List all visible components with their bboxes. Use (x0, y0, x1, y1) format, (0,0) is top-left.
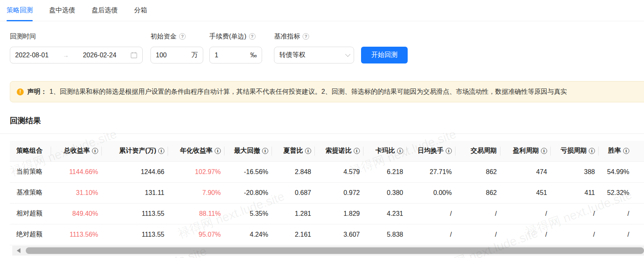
header-sortino: 索提诺比i (314, 141, 363, 161)
date-end-value[interactable]: 2026-02-24 (83, 52, 117, 59)
cell-winning-periods: / (500, 203, 550, 224)
cell-sortino: 1.829 (314, 203, 363, 224)
cell-calmar: 4.231 (363, 203, 406, 224)
initial-capital-help-icon[interactable]: ? (179, 33, 186, 40)
header-annualized-return: 年化收益率i (168, 141, 224, 161)
warning-icon: ! (17, 88, 24, 95)
date-range-input[interactable]: 2022-08-01 → 2026-02-24 (10, 47, 143, 63)
cell-annualized-return: 102.97% (168, 161, 224, 182)
cell-sharpe: 2.848 (272, 161, 314, 182)
table-row: 相对超额 849.40% 1113.55 88.11% 5.35% 1.281 … (10, 203, 644, 224)
cell-trading-periods: / (455, 224, 500, 245)
cell-daily-turnover: / (406, 224, 455, 245)
cell-calmar: 6.218 (363, 161, 406, 182)
calendar-icon[interactable] (130, 52, 137, 59)
initial-capital-label: 初始资金 ? (150, 32, 209, 41)
table-filler-column (633, 141, 644, 161)
fee-unit: ‰ (250, 52, 257, 59)
info-icon[interactable]: i (92, 148, 98, 154)
initial-capital-unit: 万 (191, 51, 198, 59)
row-name: 相对超额 (10, 203, 51, 224)
info-icon[interactable]: i (446, 148, 452, 154)
initial-capital-input[interactable]: 100 万 (150, 47, 203, 63)
fee-input[interactable]: 1 ‰ (209, 47, 262, 63)
cell-losing-periods: / (550, 224, 598, 245)
cell-calmar: 5.838 (363, 224, 406, 245)
header-win-rate: 胜率i (598, 141, 633, 161)
header-losing-periods: 亏损周期i (550, 141, 598, 161)
cell-filler (633, 161, 644, 182)
fee-value[interactable]: 1 (215, 52, 218, 59)
scrollbar-thumb[interactable] (26, 247, 644, 254)
info-icon[interactable]: i (541, 148, 547, 154)
disclaimer-text: 1、回测结果和标的筛选是根据用户设置的条件由程序自动计算，其结果不代表任何投资建… (49, 88, 567, 96)
cell-win-rate: / (598, 224, 633, 245)
chevron-down-icon (345, 52, 350, 57)
backtest-form: 回测时间 2022-08-01 → 2026-02-24 初始资金 ? 100 … (0, 32, 644, 63)
table-row: 绝对超额 1113.56% 1113.55 95.07% 4.24% 2.161… (10, 224, 644, 245)
info-icon[interactable]: i (215, 148, 221, 154)
disclaimer-label: 声明： (27, 88, 47, 96)
cell-filler (633, 203, 644, 224)
cell-calmar: 0.380 (363, 182, 406, 203)
cell-winning-periods: / (500, 224, 550, 245)
info-icon[interactable]: i (354, 148, 360, 154)
fee-help-icon[interactable]: ? (249, 33, 256, 40)
cell-daily-turnover: 0.00% (406, 182, 455, 203)
header-total-return: 总收益率i (51, 141, 101, 161)
cell-cumulative-assets: 1113.55 (101, 224, 168, 245)
date-start-value[interactable]: 2022-08-01 (15, 52, 49, 59)
cell-sharpe: 2.161 (272, 224, 314, 245)
cell-trading-periods: 862 (455, 182, 500, 203)
cell-total-return: 31.10% (51, 182, 101, 203)
tab-strategy-backtest[interactable]: 策略回测 (7, 0, 33, 21)
cell-max-drawdown: -16.56% (224, 161, 272, 182)
row-name: 当前策略 (10, 161, 51, 182)
cell-filler (633, 182, 644, 203)
row-name: 绝对超额 (10, 224, 51, 245)
cell-cumulative-assets: 131.11 (101, 182, 168, 203)
header-max-drawdown: 最大回撤i (224, 141, 272, 161)
cell-daily-turnover: / (406, 203, 455, 224)
cell-sortino: 0.972 (314, 182, 363, 203)
tab-intraday-bond-select[interactable]: 盘中选债 (49, 0, 75, 21)
cell-win-rate: 54.99% (598, 161, 633, 182)
cell-cumulative-assets: 1244.66 (101, 161, 168, 182)
cell-cumulative-assets: 1113.55 (101, 203, 168, 224)
backtest-time-label-text: 回测时间 (10, 32, 36, 41)
backtest-time-label: 回测时间 (10, 32, 150, 41)
horizontal-scrollbar[interactable] (12, 246, 644, 256)
initial-capital-value[interactable]: 100 (156, 52, 167, 59)
fee-label: 手续费(单边) ? (209, 32, 274, 41)
fee-label-text: 手续费(单边) (209, 32, 247, 41)
cell-win-rate: / (598, 203, 633, 224)
benchmark-help-icon[interactable]: ? (303, 33, 309, 40)
info-icon[interactable]: i (397, 148, 403, 154)
table-header-row: 策略组合 总收益率i 累计资产(万)i 年化收益率i 最大回撤i 夏普比i 索提… (10, 141, 644, 161)
cell-losing-periods: 388 (550, 161, 598, 182)
info-icon[interactable]: i (305, 148, 311, 154)
row-name: 基准策略 (10, 182, 51, 203)
cell-max-drawdown: -20.80% (224, 182, 272, 203)
benchmark-selected-value: 转债等权 (279, 51, 305, 59)
section-divider (0, 134, 644, 134)
info-icon[interactable]: i (262, 148, 268, 154)
header-sharpe: 夏普比i (272, 141, 314, 161)
cell-sharpe: 1.281 (272, 203, 314, 224)
info-icon[interactable]: i (589, 148, 595, 154)
tab-binning[interactable]: 分箱 (134, 0, 147, 21)
scroll-left-arrow-icon[interactable] (17, 248, 20, 253)
header-cumulative-assets: 累计资产(万)i (101, 141, 168, 161)
cell-winning-periods: 474 (500, 161, 550, 182)
tab-afterhours-bond-select[interactable]: 盘后选债 (92, 0, 118, 21)
info-icon[interactable]: i (623, 148, 629, 154)
info-icon[interactable]: i (158, 148, 164, 154)
header-calmar: 卡玛比i (363, 141, 406, 161)
header-trading-periods: 交易周期 (455, 141, 500, 161)
benchmark-select[interactable]: 转债等权 (274, 47, 354, 63)
start-backtest-button[interactable]: 开始回测 (361, 47, 408, 63)
cell-total-return: 1144.66% (51, 161, 101, 182)
cell-total-return: 849.40% (51, 203, 101, 224)
results-table: 策略组合 总收益率i 累计资产(万)i 年化收益率i 最大回撤i 夏普比i 索提… (10, 141, 644, 245)
benchmark-label: 基准指标 ? (274, 32, 361, 41)
